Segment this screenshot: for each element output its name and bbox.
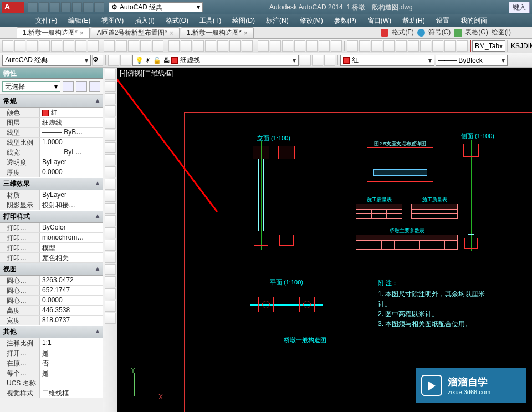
type-command-button[interactable]: 键入 [509,2,530,13]
print-icon[interactable] [51,40,62,52]
qat-new-icon[interactable] [28,2,38,12]
menu-视图(V)[interactable]: 视图(V) [96,16,129,26]
prop-row[interactable]: 注释比例1:1 [0,338,103,348]
menu-插入(I)[interactable]: 插入(I) [129,16,160,26]
doc-tab[interactable]: 1.桥墩一般构造图*× [17,27,90,38]
prop-row[interactable]: 在原…否 [0,358,103,368]
quick-select-icon[interactable] [63,81,74,92]
workspace-combo[interactable]: ⚙ AutoCAD 经典 ▾ [109,2,203,12]
prop-row[interactable]: 高度446.3538 [0,306,103,316]
menu-绘图(D)[interactable]: 绘图(D) [227,16,260,26]
ws-settings-icon[interactable]: ⚙ [92,55,103,66]
calc-icon[interactable] [282,40,293,52]
app-menu-dropdown[interactable] [2,16,24,26]
add-selected-icon[interactable] [105,301,116,312]
prop-row[interactable]: 线型——— ByB… [0,128,103,138]
dim-radius-icon[interactable] [432,40,443,52]
dim-angular-icon[interactable] [420,40,431,52]
nav-link-format[interactable]: 格式(F) [392,28,413,37]
prop-row[interactable]: 圆心…652.1747 [0,286,103,296]
menu-修改(M)[interactable]: 修改(M) [294,16,329,26]
prop-row[interactable]: 透明度ByLayer [0,157,103,167]
layer-prev-icon[interactable] [300,55,311,66]
ellipse-arc-icon[interactable] [105,191,116,202]
prop-value[interactable]: 细虚线 [40,118,103,127]
insert-block-icon[interactable] [105,203,116,214]
prop-value[interactable]: ByColor [40,223,103,232]
publish-icon[interactable] [75,40,86,52]
prop-value[interactable]: 818.0737 [40,316,103,325]
prop-value[interactable]: 是 [40,368,103,378]
prop-row[interactable]: 图层细虚线 [0,118,103,128]
zoom-icon[interactable] [181,40,192,52]
redo-icon[interactable] [152,40,163,52]
mtext-icon[interactable] [105,288,116,299]
leader-icon[interactable] [457,40,468,52]
collapse-icon[interactable]: ▴ [96,179,99,189]
prop-row[interactable]: 阴影显示投射和接… [0,200,103,210]
qat-open-icon[interactable] [39,2,49,12]
prop-row[interactable]: 打印…ByColor [0,223,103,233]
prop-category[interactable]: 视图▴ [0,263,103,276]
prop-value[interactable]: 颜色相关 [40,253,103,262]
table-icon[interactable] [105,276,116,287]
point-icon[interactable] [105,227,116,238]
cut-icon[interactable] [88,40,99,52]
region-icon[interactable] [105,264,116,275]
revision-cloud-icon[interactable] [105,154,116,165]
prop-value[interactable] [40,378,103,388]
doc-tab[interactable]: A匝道2号桥桥型布置图*× [91,27,180,38]
prop-row[interactable]: 线型比例1.0000 [0,138,103,147]
make-block-icon[interactable] [105,215,116,226]
dim-linear-icon[interactable] [396,40,407,52]
prop-row[interactable]: 圆心…0.0000 [0,296,103,306]
prop-value[interactable]: 否 [40,358,103,368]
prop-value[interactable]: 1.0000 [40,138,103,147]
layer-iso-icon[interactable] [312,55,323,66]
pan-icon[interactable] [168,40,180,52]
collapse-icon[interactable]: ▴ [96,265,99,274]
menu-编辑(E)[interactable]: 编辑(E) [63,16,96,26]
match-icon[interactable] [128,40,139,52]
prop-row[interactable]: UCS 名称 [0,378,103,388]
prop-row[interactable]: 每个…是 [0,368,103,378]
preview-icon[interactable] [63,40,74,52]
prop-row[interactable]: 线宽——— ByL… [0,147,103,157]
nav-link-symbol[interactable]: 符号(C) [428,28,451,37]
markup-icon[interactable] [270,40,281,52]
paste-icon[interactable] [116,40,127,52]
prop-category[interactable]: 打印样式▴ [0,210,103,223]
tool-palette-icon[interactable] [242,40,253,52]
close-icon[interactable]: × [80,29,84,37]
prop-row[interactable]: 圆心…3263.0472 [0,276,103,286]
sheet-set-icon[interactable] [258,40,269,52]
prop-row[interactable]: 打印…monochrom… [0,233,103,243]
collapse-icon[interactable]: ▴ [96,212,99,221]
prop-row[interactable]: 颜色红 [0,108,103,118]
prop-value[interactable]: 二维线框 [40,388,103,398]
prop-value[interactable]: monochrom… [40,233,103,242]
viewport-label[interactable]: [-][俯视][二维线框] [120,69,173,78]
prop-category[interactable]: 其他▴ [0,325,103,338]
doc-tab[interactable]: 1.桥墩一般构造图*× [181,27,254,38]
circle-icon[interactable] [105,142,116,153]
close-icon[interactable]: × [244,29,248,37]
saveas-icon[interactable] [39,40,50,52]
text-A-icon[interactable] [105,313,116,324]
new-icon[interactable] [2,40,13,52]
prop-value[interactable]: 0.0000 [40,167,103,177]
hatch-icon[interactable] [359,40,370,52]
prop-row[interactable]: 打印…模型 [0,243,103,253]
dim-diameter-icon[interactable] [444,40,456,52]
prop-category[interactable]: 三维效果▴ [0,177,103,190]
gradient-icon[interactable] [105,252,116,263]
mtext-icon[interactable] [383,40,395,52]
prop-value[interactable]: ——— ByB… [40,128,103,137]
menu-参数(P)[interactable]: 参数(P) [329,16,362,26]
prop-value[interactable]: 3263.0472 [40,276,103,285]
nav-link-draw[interactable]: 绘图(I) [492,28,511,37]
copy-icon[interactable] [104,40,115,52]
prop-row[interactable]: 材质ByLayer [0,190,103,200]
hatch-icon[interactable] [105,240,116,251]
menu-工具(T)[interactable]: 工具(T) [194,16,227,26]
